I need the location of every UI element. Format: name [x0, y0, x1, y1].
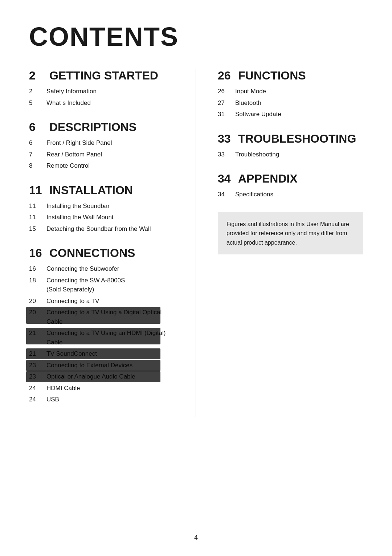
- item-number: 33: [218, 150, 228, 159]
- notice-text: Figures and illustrations in this User M…: [226, 221, 349, 246]
- item-number: 18: [29, 276, 39, 294]
- two-column-layout: 2 GETTING STARTED 2 Safety Information 5…: [29, 69, 363, 417]
- item-text: Optical or Analogue Audio Cable: [46, 372, 135, 381]
- item-number: 21: [29, 349, 39, 359]
- item-text: Installing the Soundbar: [46, 201, 110, 211]
- item-number: 24: [29, 384, 39, 393]
- section-number-descriptions: 6: [29, 120, 44, 134]
- section-appendix: 34 APPENDIX 34 Specifications: [218, 172, 363, 199]
- section-title-functions: FUNCTIONS: [238, 69, 306, 82]
- section-getting-started: 2 GETTING STARTED 2 Safety Information 5…: [29, 69, 181, 107]
- item-text: Input Mode: [235, 87, 266, 96]
- right-column: 26 FUNCTIONS 26 Input Mode 27 Bluetooth …: [196, 69, 363, 417]
- section-items-troubleshooting: 33 Troubleshooting: [218, 150, 363, 159]
- list-item: 26 Input Mode: [218, 87, 363, 96]
- section-troubleshooting: 33 TROUBLESHOOTING 33 Troubleshooting: [218, 132, 363, 159]
- section-connections: 16 CONNECTIONS 16 Connecting the Subwoof…: [29, 246, 181, 404]
- item-number: 23: [29, 372, 39, 381]
- item-text: Rear / Bottom Panel: [46, 150, 102, 159]
- item-number: 15: [29, 224, 39, 234]
- section-number-functions: 26: [218, 69, 232, 82]
- section-number-appendix: 34: [218, 172, 232, 185]
- list-item: 11 Installing the Soundbar: [29, 201, 181, 211]
- section-number-getting-started: 2: [29, 69, 44, 82]
- item-text: USB: [46, 395, 59, 404]
- item-number: 7: [29, 150, 39, 159]
- list-item: 31 Software Update: [218, 110, 363, 119]
- page: CONTENTS 2 GETTING STARTED 2 Safety Info…: [0, 0, 392, 556]
- section-heading-descriptions: 6 DESCRIPTIONS: [29, 120, 181, 134]
- section-title-connections: CONNECTIONS: [49, 246, 135, 260]
- list-item: 33 Troubleshooting: [218, 150, 363, 159]
- list-item: 20 Connecting to a TV: [29, 297, 181, 306]
- section-title-getting-started: GETTING STARTED: [49, 69, 158, 82]
- page-footer: 4: [0, 534, 392, 541]
- item-text: Bluetooth: [235, 98, 261, 108]
- list-item: 15 Detaching the Soundbar from the Wall: [29, 224, 181, 234]
- section-items-descriptions: 6 Front / Right Side Panel 7 Rear / Bott…: [29, 138, 181, 171]
- list-item: 16 Connecting the Subwoofer: [29, 264, 181, 274]
- item-text: Troubleshooting: [235, 150, 279, 159]
- list-item: 24 HDMI Cable: [29, 384, 181, 393]
- section-installation: 11 INSTALLATION 11 Installing the Soundb…: [29, 184, 181, 234]
- section-heading-connections: 16 CONNECTIONS: [29, 246, 181, 260]
- list-item: 6 Front / Right Side Panel: [29, 138, 181, 148]
- item-text: Safety Information: [46, 87, 97, 96]
- item-number: 11: [29, 213, 39, 222]
- section-title-troubleshooting: TROUBLESHOOTING: [238, 132, 356, 146]
- item-number: 23: [29, 361, 39, 370]
- section-number-installation: 11: [29, 184, 44, 197]
- section-heading-troubleshooting: 33 TROUBLESHOOTING: [218, 132, 363, 146]
- list-item: 8 Remote Control: [29, 161, 181, 171]
- item-number: 34: [218, 190, 228, 199]
- item-text: TV SoundConnect: [46, 349, 97, 359]
- list-item: 20 Connecting to a TV Using a Digital Op…: [29, 308, 181, 326]
- item-text: Specifications: [235, 190, 273, 199]
- list-item: 21 TV SoundConnect: [29, 349, 181, 359]
- item-number: 24: [29, 395, 39, 404]
- list-item: 27 Bluetooth: [218, 98, 363, 108]
- item-text: HDMI Cable: [46, 384, 80, 393]
- item-number: 31: [218, 110, 228, 119]
- section-number-connections: 16: [29, 246, 44, 260]
- section-items-installation: 11 Installing the Soundbar 11 Installing…: [29, 201, 181, 234]
- list-item: 11 Installing the Wall Mount: [29, 213, 181, 222]
- list-item: 5 What s Included: [29, 98, 181, 108]
- section-items-connections: 16 Connecting the Subwoofer 18 Connectin…: [29, 264, 181, 404]
- section-number-troubleshooting: 33: [218, 132, 232, 146]
- item-text: Connecting the SW A-8000S(Sold Separatel…: [46, 276, 125, 294]
- item-number: 8: [29, 161, 39, 171]
- item-number: 11: [29, 201, 39, 211]
- list-item: 2 Safety Information: [29, 87, 181, 96]
- notice-box: Figures and illustrations in this User M…: [218, 212, 363, 255]
- item-text: Software Update: [235, 110, 281, 119]
- item-text: Remote Control: [46, 161, 90, 171]
- item-number: 6: [29, 138, 39, 148]
- page-title: CONTENTS: [29, 22, 363, 52]
- item-number: 27: [218, 98, 228, 108]
- list-item: 23 Optical or Analogue Audio Cable: [29, 372, 181, 381]
- item-text: Connecting to a TV: [46, 297, 99, 306]
- section-descriptions: 6 DESCRIPTIONS 6 Front / Right Side Pane…: [29, 120, 181, 171]
- list-item: 18 Connecting the SW A-8000S(Sold Separa…: [29, 276, 181, 294]
- item-number: 2: [29, 87, 39, 96]
- item-text: Connecting to a TV Using an HDMI (Digita…: [46, 328, 166, 347]
- item-number: 21: [29, 328, 39, 347]
- list-item: 23 Connecting to External Devices: [29, 361, 181, 370]
- section-title-descriptions: DESCRIPTIONS: [49, 120, 136, 134]
- item-number: 20: [29, 297, 39, 306]
- list-item: 7 Rear / Bottom Panel: [29, 150, 181, 159]
- section-heading-appendix: 34 APPENDIX: [218, 172, 363, 185]
- list-item: 34 Specifications: [218, 190, 363, 199]
- item-text: Connecting to External Devices: [46, 361, 132, 370]
- left-column: 2 GETTING STARTED 2 Safety Information 5…: [29, 69, 196, 417]
- section-heading-functions: 26 FUNCTIONS: [218, 69, 363, 82]
- section-heading-getting-started: 2 GETTING STARTED: [29, 69, 181, 82]
- list-item: 21 Connecting to a TV Using an HDMI (Dig…: [29, 328, 181, 347]
- section-items-functions: 26 Input Mode 27 Bluetooth 31 Software U…: [218, 87, 363, 119]
- list-item: 24 USB: [29, 395, 181, 404]
- item-number: 16: [29, 264, 39, 274]
- item-text: Connecting to a TV Using a Digital Optic…: [46, 308, 162, 326]
- item-number: 5: [29, 98, 39, 108]
- item-text: Connecting the Subwoofer: [46, 264, 119, 274]
